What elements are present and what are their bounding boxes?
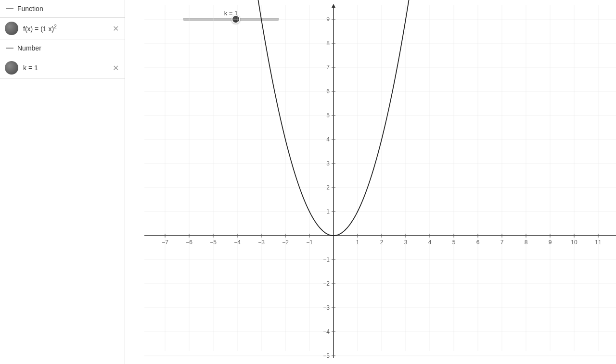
svg-text:8: 8 [525,239,528,246]
svg-text:−3: −3 [258,239,265,246]
svg-text:−1: −1 [306,239,313,246]
svg-text:−3: −3 [323,304,330,311]
svg-text:2: 2 [326,184,330,191]
function-item-circle[interactable] [5,22,18,35]
function-item-text: f(x) = (1 x)2 [23,24,106,33]
svg-text:−2: −2 [323,280,330,287]
number-section-header: Number [0,39,125,57]
svg-rect-0 [144,5,611,356]
svg-text:1: 1 [356,239,359,246]
svg-text:7: 7 [326,64,330,71]
y-axis-arrow [332,4,335,8]
svg-text:9: 9 [549,239,552,246]
svg-text:1: 1 [326,208,330,215]
svg-text:6: 6 [326,88,330,95]
graph-area: k = 1 [125,0,616,364]
function-collapse-icon[interactable] [6,8,13,9]
function-close-button[interactable]: ✕ [111,24,120,33]
svg-text:−4: −4 [234,239,241,246]
number-close-button[interactable]: ✕ [111,63,120,72]
function-section-label: Function [17,5,43,13]
svg-text:5: 5 [326,112,330,119]
svg-text:−5: −5 [323,352,330,359]
svg-text:−2: −2 [282,239,289,246]
svg-text:9: 9 [326,16,330,23]
svg-text:−1: −1 [323,256,330,263]
svg-text:7: 7 [500,239,504,246]
svg-text:3: 3 [326,160,330,167]
svg-text:−6: −6 [186,239,192,246]
number-item-circle[interactable] [5,61,18,75]
function-item-row: f(x) = (1 x)2 ✕ [0,18,125,39]
svg-text:3: 3 [404,239,408,246]
number-collapse-icon[interactable] [6,48,13,49]
grid [144,5,616,356]
svg-text:4: 4 [326,136,330,143]
svg-text:2: 2 [380,239,384,246]
sidebar: Function f(x) = (1 x)2 ✕ Number k = 1 ✕ [0,0,125,364]
svg-text:5: 5 [452,239,456,246]
svg-text:6: 6 [476,239,480,246]
svg-text:4: 4 [428,239,432,246]
svg-text:10: 10 [571,239,578,246]
number-section-label: Number [17,44,41,52]
svg-text:−7: −7 [162,239,168,246]
svg-text:8: 8 [326,40,330,47]
svg-text:−4: −4 [323,328,330,335]
svg-text:11: 11 [595,239,602,246]
function-section-header: Function [0,0,125,18]
graph-svg[interactable]: −7 −6 −5 −4 −3 −2 −1 1 2 3 4 5 6 7 8 9 1… [125,0,616,364]
x-axis-labels: −7 −6 −5 −4 −3 −2 −1 1 2 3 4 5 6 7 8 9 1… [162,239,616,246]
svg-text:−5: −5 [210,239,217,246]
number-item-row: k = 1 ✕ [0,57,125,79]
number-item-text: k = 1 [23,64,106,72]
